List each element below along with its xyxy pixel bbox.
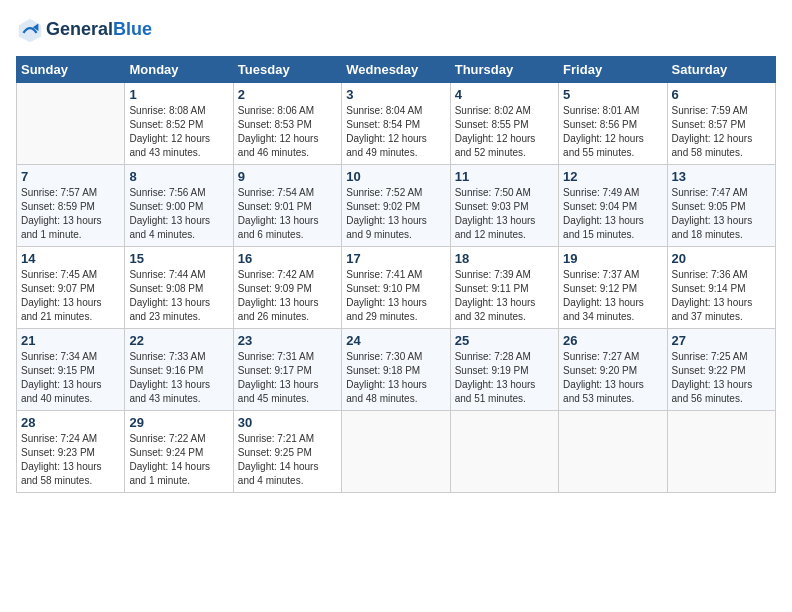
sunset-label: Sunset: 8:53 PM [238,119,312,130]
sunset-label: Sunset: 9:00 PM [129,201,203,212]
day-info: Sunrise: 7:30 AM Sunset: 9:18 PM Dayligh… [346,350,445,406]
sunset-label: Sunset: 9:12 PM [563,283,637,294]
daylight-label: Daylight: 12 hours and 46 minutes. [238,133,319,158]
day-info: Sunrise: 7:45 AM Sunset: 9:07 PM Dayligh… [21,268,120,324]
daylight-label: Daylight: 13 hours and 34 minutes. [563,297,644,322]
sunset-label: Sunset: 8:57 PM [672,119,746,130]
day-info: Sunrise: 7:47 AM Sunset: 9:05 PM Dayligh… [672,186,771,242]
calendar-cell: 26 Sunrise: 7:27 AM Sunset: 9:20 PM Dayl… [559,329,667,411]
calendar-cell: 30 Sunrise: 7:21 AM Sunset: 9:25 PM Dayl… [233,411,341,493]
day-number: 30 [238,415,337,430]
sunset-label: Sunset: 9:24 PM [129,447,203,458]
day-info: Sunrise: 7:21 AM Sunset: 9:25 PM Dayligh… [238,432,337,488]
main-container: GeneralBlue SundayMondayTuesdayWednesday… [0,0,792,503]
sunrise-label: Sunrise: 8:08 AM [129,105,205,116]
sunset-label: Sunset: 9:11 PM [455,283,529,294]
sunset-label: Sunset: 9:08 PM [129,283,203,294]
day-info: Sunrise: 7:28 AM Sunset: 9:19 PM Dayligh… [455,350,554,406]
calendar-week: 7 Sunrise: 7:57 AM Sunset: 8:59 PM Dayli… [17,165,776,247]
day-number: 24 [346,333,445,348]
day-info: Sunrise: 7:52 AM Sunset: 9:02 PM Dayligh… [346,186,445,242]
sunrise-label: Sunrise: 8:06 AM [238,105,314,116]
day-number: 16 [238,251,337,266]
sunset-label: Sunset: 9:23 PM [21,447,95,458]
calendar-cell: 13 Sunrise: 7:47 AM Sunset: 9:05 PM Dayl… [667,165,775,247]
calendar-cell: 16 Sunrise: 7:42 AM Sunset: 9:09 PM Dayl… [233,247,341,329]
sunset-label: Sunset: 9:01 PM [238,201,312,212]
day-number: 4 [455,87,554,102]
calendar-cell: 17 Sunrise: 7:41 AM Sunset: 9:10 PM Dayl… [342,247,450,329]
day-number: 25 [455,333,554,348]
calendar-cell: 18 Sunrise: 7:39 AM Sunset: 9:11 PM Dayl… [450,247,558,329]
sunrise-label: Sunrise: 8:01 AM [563,105,639,116]
day-info: Sunrise: 7:37 AM Sunset: 9:12 PM Dayligh… [563,268,662,324]
daylight-label: Daylight: 13 hours and 45 minutes. [238,379,319,404]
sunset-label: Sunset: 8:59 PM [21,201,95,212]
weekday-header: Friday [559,57,667,83]
day-info: Sunrise: 7:42 AM Sunset: 9:09 PM Dayligh… [238,268,337,324]
day-number: 19 [563,251,662,266]
daylight-label: Daylight: 12 hours and 43 minutes. [129,133,210,158]
calendar-cell [342,411,450,493]
calendar-cell: 22 Sunrise: 7:33 AM Sunset: 9:16 PM Dayl… [125,329,233,411]
daylight-label: Daylight: 13 hours and 56 minutes. [672,379,753,404]
day-number: 27 [672,333,771,348]
sunrise-label: Sunrise: 7:59 AM [672,105,748,116]
calendar-cell: 19 Sunrise: 7:37 AM Sunset: 9:12 PM Dayl… [559,247,667,329]
day-info: Sunrise: 8:08 AM Sunset: 8:52 PM Dayligh… [129,104,228,160]
calendar-cell [450,411,558,493]
sunrise-label: Sunrise: 7:47 AM [672,187,748,198]
sunrise-label: Sunrise: 7:54 AM [238,187,314,198]
daylight-label: Daylight: 14 hours and 4 minutes. [238,461,319,486]
sunrise-label: Sunrise: 7:30 AM [346,351,422,362]
sunset-label: Sunset: 9:02 PM [346,201,420,212]
day-info: Sunrise: 7:33 AM Sunset: 9:16 PM Dayligh… [129,350,228,406]
sunrise-label: Sunrise: 7:56 AM [129,187,205,198]
weekday-header: Thursday [450,57,558,83]
day-info: Sunrise: 7:22 AM Sunset: 9:24 PM Dayligh… [129,432,228,488]
calendar-cell: 2 Sunrise: 8:06 AM Sunset: 8:53 PM Dayli… [233,83,341,165]
day-number: 7 [21,169,120,184]
calendar-cell [17,83,125,165]
sunrise-label: Sunrise: 7:37 AM [563,269,639,280]
daylight-label: Daylight: 13 hours and 4 minutes. [129,215,210,240]
day-info: Sunrise: 8:06 AM Sunset: 8:53 PM Dayligh… [238,104,337,160]
calendar-cell: 8 Sunrise: 7:56 AM Sunset: 9:00 PM Dayli… [125,165,233,247]
calendar-cell: 3 Sunrise: 8:04 AM Sunset: 8:54 PM Dayli… [342,83,450,165]
calendar-table: SundayMondayTuesdayWednesdayThursdayFrid… [16,56,776,493]
calendar-cell: 1 Sunrise: 8:08 AM Sunset: 8:52 PM Dayli… [125,83,233,165]
day-info: Sunrise: 8:01 AM Sunset: 8:56 PM Dayligh… [563,104,662,160]
calendar-week: 14 Sunrise: 7:45 AM Sunset: 9:07 PM Dayl… [17,247,776,329]
day-number: 12 [563,169,662,184]
sunset-label: Sunset: 9:16 PM [129,365,203,376]
day-number: 5 [563,87,662,102]
sunrise-label: Sunrise: 7:25 AM [672,351,748,362]
sunset-label: Sunset: 9:10 PM [346,283,420,294]
sunset-label: Sunset: 9:17 PM [238,365,312,376]
day-info: Sunrise: 7:34 AM Sunset: 9:15 PM Dayligh… [21,350,120,406]
sunrise-label: Sunrise: 7:57 AM [21,187,97,198]
sunrise-label: Sunrise: 7:41 AM [346,269,422,280]
day-info: Sunrise: 7:36 AM Sunset: 9:14 PM Dayligh… [672,268,771,324]
sunrise-label: Sunrise: 7:44 AM [129,269,205,280]
day-info: Sunrise: 7:27 AM Sunset: 9:20 PM Dayligh… [563,350,662,406]
calendar-cell: 5 Sunrise: 8:01 AM Sunset: 8:56 PM Dayli… [559,83,667,165]
daylight-label: Daylight: 12 hours and 58 minutes. [672,133,753,158]
sunrise-label: Sunrise: 7:39 AM [455,269,531,280]
day-number: 28 [21,415,120,430]
calendar-cell: 28 Sunrise: 7:24 AM Sunset: 9:23 PM Dayl… [17,411,125,493]
day-info: Sunrise: 7:54 AM Sunset: 9:01 PM Dayligh… [238,186,337,242]
calendar-cell: 10 Sunrise: 7:52 AM Sunset: 9:02 PM Dayl… [342,165,450,247]
daylight-label: Daylight: 13 hours and 53 minutes. [563,379,644,404]
calendar-cell: 15 Sunrise: 7:44 AM Sunset: 9:08 PM Dayl… [125,247,233,329]
sunset-label: Sunset: 9:19 PM [455,365,529,376]
calendar-cell: 24 Sunrise: 7:30 AM Sunset: 9:18 PM Dayl… [342,329,450,411]
day-number: 1 [129,87,228,102]
calendar-cell: 4 Sunrise: 8:02 AM Sunset: 8:55 PM Dayli… [450,83,558,165]
daylight-label: Daylight: 13 hours and 48 minutes. [346,379,427,404]
day-number: 11 [455,169,554,184]
daylight-label: Daylight: 12 hours and 55 minutes. [563,133,644,158]
day-info: Sunrise: 7:39 AM Sunset: 9:11 PM Dayligh… [455,268,554,324]
sunset-label: Sunset: 9:03 PM [455,201,529,212]
sunset-label: Sunset: 9:07 PM [21,283,95,294]
